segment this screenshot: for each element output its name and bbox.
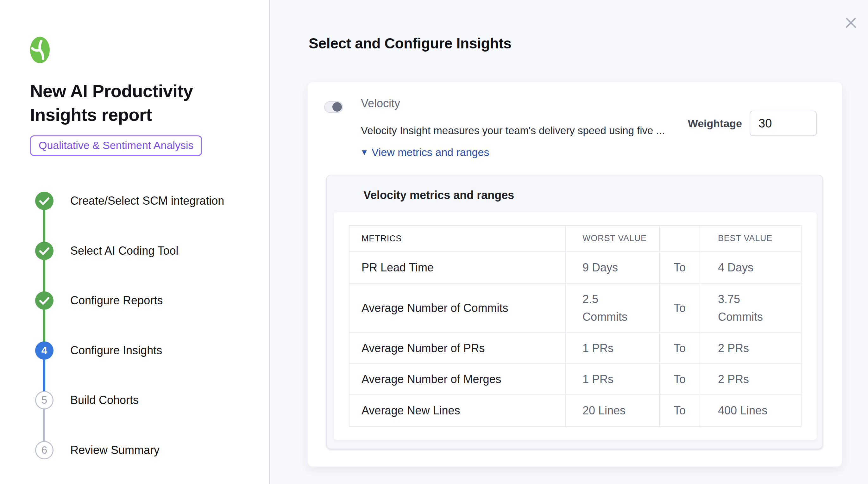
velocity-toggle[interactable]: [324, 101, 343, 113]
to-cell: To: [660, 363, 700, 394]
triangle-down-icon: ▼: [360, 148, 369, 157]
close-icon: [844, 16, 858, 30]
step-number-circle: 4: [35, 341, 54, 360]
to-cell: To: [660, 394, 700, 426]
worst-value-cell: 1 PRs: [566, 363, 660, 394]
metrics-panel-title: Velocity metrics and ranges: [364, 189, 514, 202]
to-cell: To: [660, 332, 700, 363]
velocity-metrics-panel: Velocity metrics and ranges METRICS WORS…: [326, 174, 823, 449]
view-metrics-link-label: View metrics and ranges: [372, 146, 489, 159]
step-connector: [43, 259, 45, 292]
step-connector: [43, 209, 45, 242]
step-build-cohorts[interactable]: 5 Build Cohorts: [35, 391, 138, 409]
step-create-scm-integration[interactable]: Create/Select SCM integration: [35, 192, 224, 210]
wizard-sidebar: New AI Productivity Insights report Qual…: [0, 0, 270, 484]
view-metrics-link[interactable]: ▼ View metrics and ranges: [360, 146, 489, 159]
metric-name-cell: Average Number of PRs: [349, 332, 566, 363]
column-header-worst-value: WORST VALUE: [566, 226, 660, 251]
column-header-spacer: [660, 226, 700, 251]
best-value-cell: 4 Days: [700, 251, 802, 283]
step-configure-insights[interactable]: 4 Configure Insights: [35, 341, 162, 360]
step-number-circle: 6: [35, 441, 54, 459]
step-done-circle: [35, 242, 54, 260]
best-value-cell: 400 Lines: [700, 394, 802, 426]
step-connector: [43, 408, 45, 442]
metric-name-cell: Average Number of Commits: [349, 283, 566, 332]
best-value-cell: 2 PRs: [700, 332, 802, 363]
check-icon: [35, 192, 54, 210]
step-number-circle: 5: [35, 391, 54, 409]
close-button[interactable]: [842, 14, 860, 32]
insight-name: Velocity: [361, 97, 400, 110]
step-done-circle: [35, 192, 54, 210]
step-label: Configure Reports: [70, 294, 163, 307]
step-label: Review Summary: [70, 444, 159, 457]
check-icon: [35, 291, 54, 310]
metric-name-cell: Average New Lines: [349, 394, 566, 426]
check-icon: [35, 242, 54, 260]
step-label: Create/Select SCM integration: [70, 194, 224, 207]
configure-insights-panel: Select and Configure Insights Velocity V…: [270, 0, 868, 484]
weightage-label: Weightage: [688, 117, 742, 130]
column-header-best-value: BEST VALUE: [700, 226, 802, 251]
worst-value-cell: 20 Lines: [566, 394, 660, 426]
insight-description: Velocity Insight measures your team's de…: [361, 125, 665, 137]
toggle-knob: [332, 102, 342, 112]
velocity-insight-card: Velocity Velocity Insight measures your …: [308, 82, 842, 466]
step-label: Select AI Coding Tool: [70, 244, 179, 258]
step-label: Build Cohorts: [70, 393, 138, 407]
metrics-table-card: METRICS WORST VALUE BEST VALUE PR Lead T…: [334, 212, 817, 440]
worst-value-cell: 2.5 Commits: [566, 283, 660, 332]
weightage-group: Weightage: [688, 111, 817, 136]
step-connector: [43, 309, 45, 342]
step-select-ai-coding-tool[interactable]: Select AI Coding Tool: [35, 242, 179, 260]
metrics-table: METRICS WORST VALUE BEST VALUE PR Lead T…: [349, 225, 802, 427]
step-connector: [43, 358, 45, 392]
step-done-circle: [35, 291, 54, 310]
worst-value-cell: 9 Days: [566, 251, 660, 283]
app-window: New AI Productivity Insights report Qual…: [0, 0, 868, 484]
best-value-cell: 2 PRs: [700, 363, 802, 394]
panel-title: Select and Configure Insights: [309, 35, 512, 52]
step-configure-reports[interactable]: Configure Reports: [35, 291, 163, 310]
wizard-stepper: Create/Select SCM integration Select AI …: [0, 0, 269, 484]
best-value-cell: 3.75 Commits: [700, 283, 802, 332]
weightage-input[interactable]: [750, 111, 817, 136]
metric-name-cell: PR Lead Time: [349, 251, 566, 283]
step-label: Configure Insights: [70, 344, 162, 357]
column-header-metrics: METRICS: [349, 226, 566, 251]
metric-name-cell: Average Number of Merges: [349, 363, 566, 394]
to-cell: To: [660, 283, 700, 332]
to-cell: To: [660, 251, 700, 283]
step-review-summary[interactable]: 6 Review Summary: [35, 441, 159, 459]
worst-value-cell: 1 PRs: [566, 332, 660, 363]
